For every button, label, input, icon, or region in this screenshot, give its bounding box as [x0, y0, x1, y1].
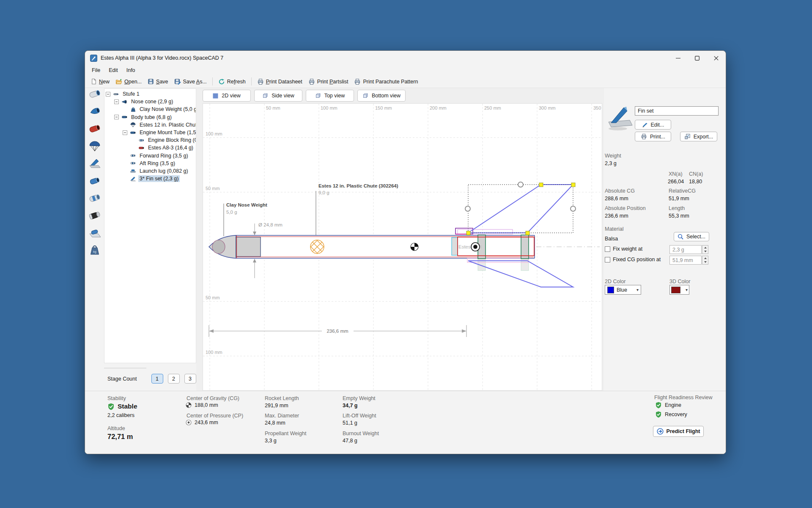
clay-nose-weight-shape[interactable]	[212, 240, 225, 254]
fix-weight-label: Fix weight at	[613, 246, 642, 252]
nose-shoulder-shape[interactable]	[236, 237, 261, 257]
tree-item-parachute[interactable]: Estes 12 in. Plastic Chute (3	[104, 121, 196, 129]
pencil-icon	[642, 122, 648, 128]
toolbar: New Open... Save Save As... Refresh Prin…	[85, 75, 726, 88]
engine-mount-tube-icon[interactable]	[88, 123, 102, 135]
new-button[interactable]: New	[88, 77, 112, 86]
xn-value: 266,04	[668, 179, 684, 185]
relative-cg-label: RelativeCG	[669, 188, 696, 194]
max-diameter-label: Max. Diameter	[265, 413, 299, 419]
svg-text:5,0 g: 5,0 g	[226, 210, 237, 215]
rotation-handles[interactable]	[465, 182, 576, 211]
print-parachute-pattern-button[interactable]: Print Parachute Pattern	[351, 77, 421, 86]
select-material-button[interactable]: Select...	[674, 232, 709, 241]
body-tube-icon[interactable]	[88, 88, 102, 100]
tree-expander[interactable]	[106, 92, 110, 97]
inner-tube-icon[interactable]	[88, 175, 102, 187]
design-canvas[interactable]: 50 mm 100 mm 150 mm 200 mm 250 mm 300 mm…	[203, 103, 602, 391]
tree-expander[interactable]	[114, 115, 119, 119]
fin-icon[interactable]	[88, 157, 102, 169]
mass-weight-icon[interactable]: kg	[88, 244, 102, 256]
rocket-length-value: 291,9 mm	[265, 403, 288, 409]
3d-color-dropdown[interactable]: ▾	[669, 285, 689, 295]
launch-lug-projection	[458, 229, 513, 234]
aft-ring-shape[interactable]	[521, 235, 529, 259]
svg-text:Estes 12 in. Plastic Chute (30: Estes 12 in. Plastic Chute (302264)	[318, 183, 398, 188]
print-datasheet-button[interactable]: Print Datasheet	[254, 77, 305, 86]
svg-text:200 mm: 200 mm	[430, 105, 447, 110]
tab-2d-view[interactable]: 2D view	[203, 90, 251, 102]
save-as-button[interactable]: Save As...	[171, 77, 210, 86]
minimize-button[interactable]	[669, 51, 688, 65]
2d-color-dropdown[interactable]: Blue ▾	[605, 285, 641, 295]
tree-item-aft-ring[interactable]: Aft Ring (3,5 g)	[104, 160, 196, 167]
engine-block-ring-shape[interactable]	[452, 237, 458, 255]
recovery-ok-shield-icon	[655, 411, 662, 418]
tab-top-view[interactable]: Top view	[306, 90, 354, 102]
selected-fin-shape[interactable]	[468, 185, 573, 233]
part-name-input[interactable]	[635, 106, 719, 116]
print-partslist-button[interactable]: Print Partslist	[305, 77, 351, 86]
parachute-symbol[interactable]	[310, 240, 324, 254]
app-icon	[90, 55, 97, 62]
tree-item-launch-lug[interactable]: Launch lug (0,082 g)	[104, 167, 196, 175]
fixed-cg-stepper[interactable]	[702, 256, 708, 265]
edit-button[interactable]: Edit...	[635, 120, 671, 130]
launch-lug-icon[interactable]	[88, 227, 102, 239]
nose-cone-icon[interactable]	[88, 105, 102, 117]
tree-item-nose-cone[interactable]: Nose cone (2,9 g)	[104, 98, 196, 105]
close-button[interactable]	[707, 51, 726, 65]
fix-weight-input[interactable]	[669, 245, 702, 254]
absolute-position-value: 236,6 mm	[605, 213, 628, 219]
svg-text:100 mm: 100 mm	[206, 350, 222, 355]
fixed-cg-checkbox[interactable]	[605, 257, 610, 262]
tree-expander[interactable]	[114, 99, 119, 104]
fix-weight-stepper[interactable]	[702, 245, 708, 254]
menu-bar: File Edit Info	[85, 65, 140, 75]
svg-text:50 mm: 50 mm	[206, 295, 220, 300]
fixed-cg-input[interactable]	[669, 256, 702, 265]
save-button[interactable]: Save	[145, 77, 171, 86]
stage-count-2-button[interactable]: 2	[168, 374, 180, 384]
ring-icon	[138, 138, 145, 143]
parachute-icon[interactable]	[88, 140, 102, 152]
ring-icon	[130, 153, 136, 158]
tree-item-engine-block-ring[interactable]: Engine Block Ring (0,26	[104, 136, 196, 144]
stage-count-1-button[interactable]: 1	[151, 374, 163, 384]
burnout-weight-value: 47,8 g	[343, 438, 357, 444]
svg-text:kg: kg	[93, 250, 96, 254]
menu-file[interactable]: File	[88, 66, 104, 75]
length-label: Length	[669, 205, 685, 211]
material-value: Balsa	[605, 236, 618, 242]
tree-item-body-tube[interactable]: Body tube (6,8 g)	[104, 113, 196, 121]
toolbar-separator	[212, 77, 213, 86]
open-button[interactable]: Open...	[112, 77, 145, 86]
body-tube-interior	[236, 235, 535, 258]
tab-side-view[interactable]: Side view	[254, 90, 302, 102]
tab-bottom-view[interactable]: Bottom view	[357, 90, 406, 102]
refresh-button[interactable]: Refresh	[215, 77, 249, 86]
burnout-weight-label: Burnout Weight	[343, 431, 379, 436]
propellant-weight-label: Propellant Weight	[265, 431, 306, 436]
fix-weight-checkbox[interactable]	[605, 246, 610, 252]
tube-icon	[130, 130, 136, 135]
fixed-cg-label: Fixed CG position at	[613, 257, 661, 262]
tree-item-engine[interactable]: Estes A8-3 (16,4 g)	[104, 144, 196, 152]
centering-ring-icon[interactable]	[88, 192, 102, 204]
tree-item-engine-mount-tube[interactable]: Engine Mount Tube (1,5 g)	[104, 129, 196, 136]
export-button[interactable]: Export...	[680, 132, 717, 141]
maximize-button[interactable]	[688, 51, 707, 65]
tree-item-forward-ring[interactable]: Forward Ring (3,5 g)	[104, 152, 196, 160]
predict-flight-button[interactable]: Predict Flight	[653, 426, 704, 437]
stage-count-3-button[interactable]: 3	[184, 374, 196, 384]
print-button[interactable]: Print...	[635, 132, 671, 141]
tree-item-stage[interactable]: Stufe 1	[104, 90, 196, 98]
tree-item-fin-set[interactable]: 3* Fin set (2,3 g)	[104, 175, 196, 182]
menu-info[interactable]: Info	[122, 66, 140, 75]
menu-edit[interactable]: Edit	[104, 66, 122, 75]
tree-expander[interactable]	[123, 130, 127, 135]
resize-handles[interactable]	[466, 183, 575, 235]
svg-text:9,0 g: 9,0 g	[318, 190, 329, 195]
tree-item-clay-nose-weight[interactable]: Clay Nose Weight (5,0 g)	[104, 105, 196, 113]
engine-icon[interactable]	[88, 210, 102, 221]
